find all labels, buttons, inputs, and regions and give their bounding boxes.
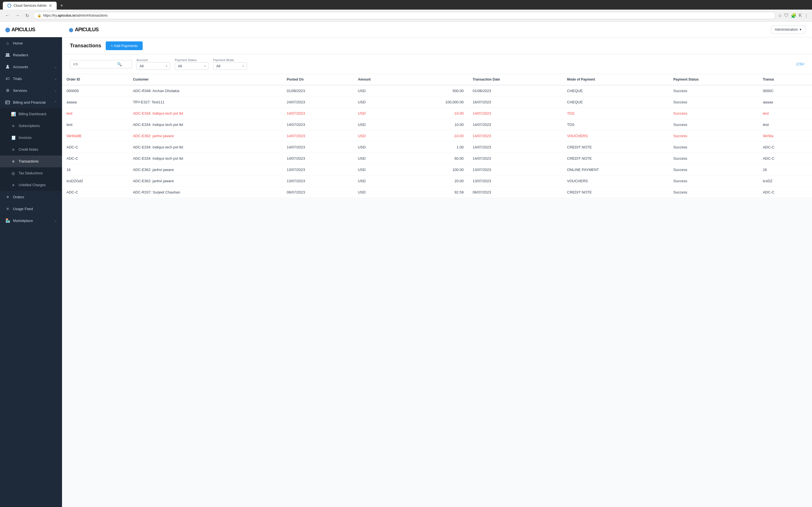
sidebar-item-tax-deductions[interactable]: ◎ Tax Deductions: [0, 167, 62, 179]
browser-nav-icons: ☆ 🛡 🧩 K ⋮: [778, 13, 809, 18]
table-row[interactable]: ADC-C ADC-R337: Surjeet Chauhan 06/07/20…: [62, 187, 812, 198]
col-order-id: Order ID: [62, 74, 128, 85]
menu-icon[interactable]: ⋮: [804, 13, 809, 18]
cell-payment-mode: CREDIT NOTE: [562, 153, 669, 164]
table-row[interactable]: 16 ADC-E362: janhvi jaware 13/07/2023 US…: [62, 164, 812, 175]
cell-payment-mode: VOUCHERS: [562, 175, 669, 187]
payment-mode-filter-select[interactable]: All ▾: [213, 62, 247, 70]
sidebar-item-subscriptions[interactable]: ≡ Subscriptions: [0, 120, 62, 132]
cell-transaction-date: 14/07/2023: [468, 108, 563, 119]
url-display: https://try.apiculus.io/admin/#/transact…: [43, 13, 108, 17]
app-logo: ⬤ APICULUS: [69, 26, 99, 33]
sidebar-label-billing-dashboard: Billing Dashboard: [18, 112, 57, 116]
cell-payment-status: Success: [669, 187, 758, 198]
sidebar-item-services[interactable]: ⚙ Services ⌄: [0, 84, 62, 96]
profile-icon[interactable]: K: [799, 13, 802, 18]
sidebar-label-services: Services: [13, 89, 52, 93]
sidebar-item-home[interactable]: ⌂ Home: [0, 37, 62, 49]
table-row[interactable]: test ADC-E334: Indiqus tech pvt ltd 14/0…: [62, 108, 812, 119]
sidebar-item-billing[interactable]: Billing and Financial ⌃: [0, 96, 62, 108]
page-header: Transactions + Add Payments: [62, 38, 812, 54]
cell-posted-on: 13/07/2023: [282, 164, 353, 175]
sidebar-item-marketplace[interactable]: 🏪 Marketplace ⌄: [0, 215, 62, 226]
admin-label: Administration: [775, 27, 798, 32]
bookmark-icon[interactable]: ☆: [778, 13, 782, 18]
table-row[interactable]: ADC-C ADC-E334: Indiqus tech pvt ltd 14/…: [62, 153, 812, 164]
cell-payment-status: Success: [669, 85, 758, 97]
table-row[interactable]: aaaaa TRY-E327: Test111 24/07/2023 USD 1…: [62, 97, 812, 108]
sidebar-item-credit-notes[interactable]: ≡ Credit Notes: [0, 144, 62, 156]
services-icon: ⚙: [5, 88, 10, 93]
reload-button[interactable]: ↻: [24, 12, 31, 19]
sidebar-item-transactions[interactable]: ≡ Transactions: [0, 156, 62, 167]
sidebar-item-billing-dashboard[interactable]: 📊 Billing Dashboard: [0, 108, 62, 120]
table-row[interactable]: tcsDZGd2 ADC-E362: janhvi jaware 13/07/2…: [62, 175, 812, 187]
col-payment-mode: Mode of Payment: [562, 74, 669, 85]
sidebar-item-resellers[interactable]: Resellers: [0, 49, 62, 61]
account-filter-value: All: [140, 64, 144, 68]
page-title: Transactions: [70, 43, 101, 49]
new-tab-button[interactable]: +: [58, 3, 65, 9]
payment-status-filter-group: Payment Status All ▾: [175, 58, 209, 70]
csv-export-link[interactable]: .CSV: [796, 62, 804, 66]
billing-icon: [5, 100, 10, 105]
sidebar-item-trials[interactable]: 🏷 Trials ⌄: [0, 73, 62, 84]
tab-close-button[interactable]: ✕: [49, 3, 52, 8]
table-row[interactable]: 000005 ADC-R346: Archan Dholakia 01/08/2…: [62, 85, 812, 97]
cell-order-id: test: [62, 119, 128, 130]
svg-rect-5: [6, 103, 7, 103]
sidebar-item-accounts[interactable]: Accounts ⌄: [0, 61, 62, 73]
billing-submenu: 📊 Billing Dashboard ≡ Subscriptions 🧾 In…: [0, 108, 62, 191]
cell-amount: 60.00: [397, 153, 468, 164]
active-tab[interactable]: Cloud Services Admin ✕: [3, 2, 57, 10]
cell-currency: USD: [353, 85, 397, 97]
marketplace-icon: 🏪: [5, 218, 10, 223]
svg-point-3: [7, 65, 9, 67]
account-filter-select[interactable]: All ▾: [137, 62, 170, 70]
cell-transaction-date: 01/08/2023: [468, 85, 563, 97]
account-filter-label: Account: [137, 58, 170, 62]
cell-customer: TRY-E327: Test111: [128, 97, 282, 108]
lock-icon: 🔒: [37, 13, 42, 17]
sidebar-item-invoices[interactable]: 🧾 Invoices: [0, 132, 62, 144]
sidebar-item-orders[interactable]: ≡ Orders: [0, 191, 62, 203]
app-topbar: ⬤ APICULUS Administration ▾: [62, 22, 812, 38]
cell-transaction-date: 16/07/2023: [468, 97, 563, 108]
accounts-icon: [5, 64, 10, 69]
sidebar-label-subscriptions: Subscriptions: [18, 124, 57, 128]
administration-button[interactable]: Administration ▾: [771, 25, 805, 34]
back-button[interactable]: ←: [3, 12, 11, 18]
sidebar-item-usage-feed[interactable]: ≡ Usage Feed: [0, 203, 62, 215]
shield-icon[interactable]: 🛡: [784, 13, 789, 18]
sidebar-item-unbilled[interactable]: ≡ Unbilled Charges: [0, 179, 62, 191]
cell-posted-on: 14/07/2023: [282, 108, 353, 119]
resellers-icon: [5, 52, 10, 57]
sidebar-label-usage-feed: Usage Feed: [13, 207, 57, 211]
svg-rect-4: [6, 101, 10, 104]
search-input[interactable]: [73, 62, 115, 66]
home-icon: ⌂: [5, 41, 10, 46]
cell-payment-status: Success: [669, 142, 758, 153]
usage-feed-icon: ≡: [5, 206, 10, 211]
table-row[interactable]: ADC-C ADC-E334: Indiqus tech pvt ltd 14/…: [62, 142, 812, 153]
extensions-icon[interactable]: 🧩: [791, 13, 797, 18]
table-row[interactable]: 94r9Ia9B ADC-E362: janhvi jaware 14/07/2…: [62, 130, 812, 142]
cell-amount: 20.00: [397, 175, 468, 187]
payment-status-filter-select[interactable]: All ▾: [175, 62, 209, 70]
cell-payment-mode: CREDIT NOTE: [562, 142, 669, 153]
logo-text: ⬤ APICULUS: [5, 26, 57, 33]
forward-button[interactable]: →: [13, 12, 21, 18]
app-container: ⬤ APICULUS ⌂ Home Resellers: [0, 22, 812, 507]
add-payments-button[interactable]: + Add Payments: [106, 41, 143, 50]
cell-order-id: 000005: [62, 85, 128, 97]
cell-order-id: tcsDZGd2: [62, 175, 128, 187]
sidebar-label-credit-notes: Credit Notes: [18, 148, 57, 152]
address-bar[interactable]: 🔒 https://try.apiculus.io/admin/#/transa…: [33, 12, 776, 19]
search-box[interactable]: 🔍: [70, 60, 132, 68]
sidebar-label-accounts: Accounts: [13, 65, 52, 69]
table-row[interactable]: test ADC-E334: Indiqus tech pvt ltd 14/0…: [62, 119, 812, 130]
cell-order-id: ADC-C: [62, 142, 128, 153]
admin-chevron-icon: ▾: [800, 27, 802, 32]
sidebar-label-marketplace: Marketplace: [13, 219, 52, 223]
account-filter-group: Account All ▾: [137, 58, 170, 70]
